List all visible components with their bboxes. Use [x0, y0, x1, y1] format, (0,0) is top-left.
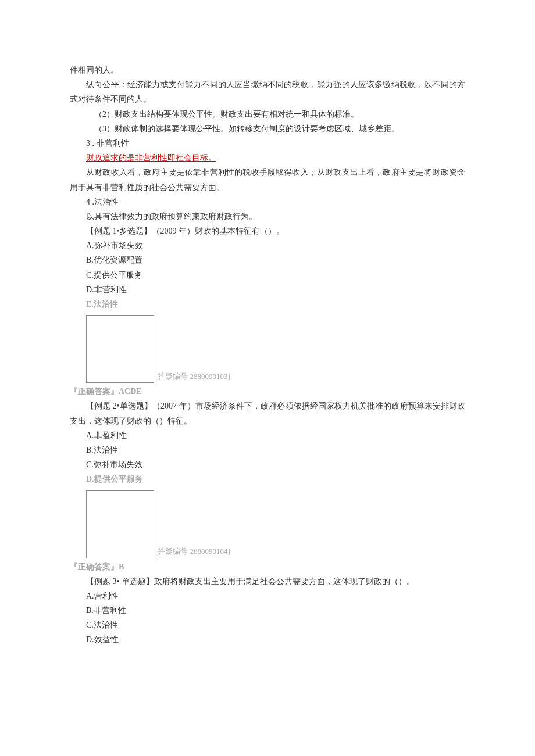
question-1-editor-row: [答疑编号 2880090103] — [70, 315, 465, 383]
question-2-option-a: A.非盈利性 — [70, 428, 465, 443]
question-1-option-a: A.弥补市场失效 — [70, 238, 465, 253]
question-2-editor-number: [答疑编号 2880090104] — [155, 544, 230, 558]
question-3-option-d: D.效益性 — [70, 632, 465, 647]
question-1-editor-number: [答疑编号 2880090103] — [155, 370, 230, 383]
question-3-option-a: A.营利性 — [70, 589, 465, 603]
question-2-option-b: B.法治性 — [70, 443, 465, 457]
paragraph-continuation: 件相同的人。 — [70, 63, 465, 77]
highlighted-text: 财政追求的是非营利性即社会目标。 — [86, 153, 216, 162]
question-1-option-d: D.非营利性 — [70, 282, 465, 297]
question-3-option-c: C.法治性 — [70, 618, 465, 632]
heading-3-nonprofit: 3 . 非营利性 — [70, 136, 465, 151]
question-1-option-e: E.法治性 — [70, 297, 465, 311]
question-2-option-c: C.弥补市场失效 — [70, 457, 465, 472]
paragraph-vertical-equity: 纵向公平：经济能力或支付能力不同的人应当缴纳不同的税收，能力强的人应该多缴纳税收… — [70, 77, 465, 106]
question-2-answer: 『正确答案』B — [70, 560, 465, 574]
image-placeholder-box — [86, 490, 154, 558]
question-2-option-d: D.提供公平服务 — [70, 472, 465, 486]
heading-4-rule-of-law: 4 .法治性 — [70, 195, 465, 209]
question-1-stem: 【例题 1•多选题】（2009 年）财政的基本特征有（）。 — [70, 224, 465, 238]
question-1-answer: 『正确答案』ACDE — [70, 384, 465, 399]
question-1-option-c: C.提供公平服务 — [70, 268, 465, 282]
paragraph-nonprofit-detail: 从财政收入看，政府主要是依靠非营利性的税收手段取得收入；从财政支出上看，政府主要… — [70, 165, 465, 194]
question-3-option-b: B.非营利性 — [70, 603, 465, 618]
paragraph-nonprofit-goal: 财政追求的是非营利性即社会目标。 — [70, 151, 465, 165]
question-2-editor-row: [答疑编号 2880090104] — [70, 490, 465, 558]
question-2-stem: 【例题 2•单选题】（2007 年）市场经济条件下，政府必须依据经国家权力机关批… — [70, 399, 465, 428]
image-placeholder-box — [86, 315, 154, 383]
paragraph-point-3: （3）财政体制的选择要体现公平性。如转移支付制度的设计要考虑区域、城乡差距。 — [70, 121, 465, 136]
paragraph-point-2: （2）财政支出结构要体现公平性。财政支出要有相对统一和具体的标准。 — [70, 107, 465, 121]
question-1-option-b: B.优化资源配置 — [70, 253, 465, 267]
paragraph-rule-of-law: 以具有法律效力的政府预算约束政府财政行为。 — [70, 209, 465, 224]
question-3-stem: 【例题 3• 单选题】政府将财政支出主要用于满足社会公共需要方面，这体现了财政的… — [70, 574, 465, 589]
